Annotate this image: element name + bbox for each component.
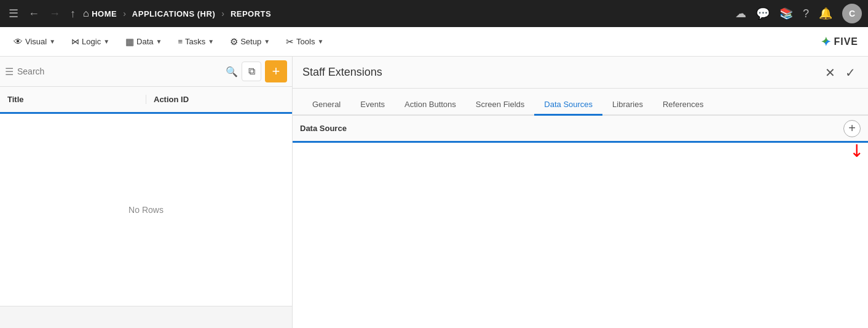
col-title: Title xyxy=(7,95,146,104)
add-row-button[interactable]: + xyxy=(843,120,861,137)
col-datasource: Data Source xyxy=(300,124,347,133)
close-button[interactable]: ✕ xyxy=(823,63,838,82)
breadcrumb-reports[interactable]: REPORTS xyxy=(231,9,271,18)
tools-label: Tools xyxy=(296,37,315,46)
toolbar-logic[interactable]: ⋈ Logic ▼ xyxy=(65,33,116,50)
detail-actions: ✕ ✓ xyxy=(823,63,858,82)
data-icon: ▦ xyxy=(125,36,134,47)
help-icon[interactable]: ? xyxy=(803,7,809,20)
nav-right-icons: ☁ 💬 📚 ? 🔔 C xyxy=(735,4,862,23)
breadcrumb-separator-1: › xyxy=(123,9,126,18)
table-header: Title Action ID xyxy=(0,87,292,114)
filter-icon: ☰ xyxy=(5,66,14,78)
data-label: Data xyxy=(136,37,153,46)
col-action-id: Action ID xyxy=(146,95,285,104)
plus-icon: + xyxy=(272,63,280,79)
data-table-header: Data Source + ↗ xyxy=(293,116,868,143)
data-arrow: ▼ xyxy=(156,38,162,45)
left-panel-footer xyxy=(0,306,292,328)
toolbar-tasks[interactable]: ≡ Tasks ▼ xyxy=(172,33,220,50)
tasks-icon: ≡ xyxy=(178,37,183,46)
tabs: GeneralEventsAction ButtonsScreen Fields… xyxy=(293,89,868,116)
logic-arrow: ▼ xyxy=(103,38,109,45)
cloud-icon[interactable]: ☁ xyxy=(735,7,746,20)
tools-icon: ✂ xyxy=(286,36,294,47)
home-icon: ⌂ xyxy=(83,8,89,19)
logic-icon: ⋈ xyxy=(71,37,79,46)
tab-screen-fields[interactable]: Screen Fields xyxy=(466,95,534,116)
confirm-button[interactable]: ✓ xyxy=(843,63,858,82)
toolbar-visual[interactable]: 👁 Visual ▼ xyxy=(7,33,61,50)
tab-references[interactable]: References xyxy=(653,95,713,116)
tab-data-sources[interactable]: Data Sources xyxy=(534,95,602,116)
copy-button[interactable]: ⧉ xyxy=(242,62,261,81)
detail-title: Staff Extensions xyxy=(302,66,382,79)
visual-label: Visual xyxy=(25,37,47,46)
setup-icon: ⚙ xyxy=(230,36,238,47)
breadcrumb-separator-2: › xyxy=(221,9,224,18)
bell-icon[interactable]: 🔔 xyxy=(819,7,832,20)
tab-general[interactable]: General xyxy=(302,95,350,116)
add-button[interactable]: + xyxy=(265,60,287,82)
five-logo: ✦ FIVE xyxy=(821,34,858,49)
detail-header: Staff Extensions ✕ ✓ xyxy=(293,57,868,89)
back-icon[interactable]: ← xyxy=(26,5,42,23)
home-nav[interactable]: ⌂ HOME xyxy=(83,8,117,19)
search-input[interactable] xyxy=(17,66,222,76)
tasks-label: Tasks xyxy=(185,37,205,46)
avatar[interactable]: C xyxy=(842,4,862,23)
search-bar: ☰ 🔍 ⧉ + xyxy=(0,57,292,87)
visual-arrow: ▼ xyxy=(49,38,55,45)
right-panel: Staff Extensions ✕ ✓ GeneralEventsAction… xyxy=(293,57,868,328)
empty-message: No Rows xyxy=(128,205,164,215)
toolbar-data[interactable]: ▦ Data ▼ xyxy=(119,33,168,51)
chat-icon[interactable]: 💬 xyxy=(756,7,770,20)
toolbar-setup[interactable]: ⚙ Setup ▼ xyxy=(224,33,276,51)
logic-label: Logic xyxy=(82,37,101,46)
visual-icon: 👁 xyxy=(14,36,23,47)
content-area: Data Source + ↗ xyxy=(293,116,868,328)
setup-label: Setup xyxy=(240,37,261,46)
data-table-body xyxy=(293,143,868,328)
tools-arrow: ▼ xyxy=(317,38,323,45)
left-panel: ☰ 🔍 ⧉ + Title Action ID No Rows xyxy=(0,57,293,328)
toolbar: 👁 Visual ▼ ⋈ Logic ▼ ▦ Data ▼ ≡ Tasks ▼ … xyxy=(0,27,868,57)
table-body: No Rows xyxy=(0,114,292,306)
main-layout: ☰ 🔍 ⧉ + Title Action ID No Rows xyxy=(0,57,868,328)
setup-arrow: ▼ xyxy=(264,38,270,45)
copy-icon: ⧉ xyxy=(248,66,255,77)
tasks-arrow: ▼ xyxy=(208,38,214,45)
hamburger-icon[interactable]: ☰ xyxy=(6,4,21,23)
book-icon[interactable]: 📚 xyxy=(779,7,793,20)
home-label: HOME xyxy=(92,9,117,18)
tab-events[interactable]: Events xyxy=(350,95,395,116)
breadcrumb-applications[interactable]: APPLICATIONS (HR) xyxy=(132,9,215,18)
forward-icon[interactable]: → xyxy=(47,5,63,23)
up-icon[interactable]: ↑ xyxy=(68,5,78,23)
tab-action-buttons[interactable]: Action Buttons xyxy=(395,95,466,116)
add-row-icon: + xyxy=(848,121,856,135)
tab-libraries[interactable]: Libraries xyxy=(602,95,653,116)
toolbar-tools[interactable]: ✂ Tools ▼ xyxy=(280,33,329,51)
top-navigation: ☰ ← → ↑ ⌂ HOME › APPLICATIONS (HR) › REP… xyxy=(0,0,868,27)
search-icon[interactable]: 🔍 xyxy=(226,66,238,78)
